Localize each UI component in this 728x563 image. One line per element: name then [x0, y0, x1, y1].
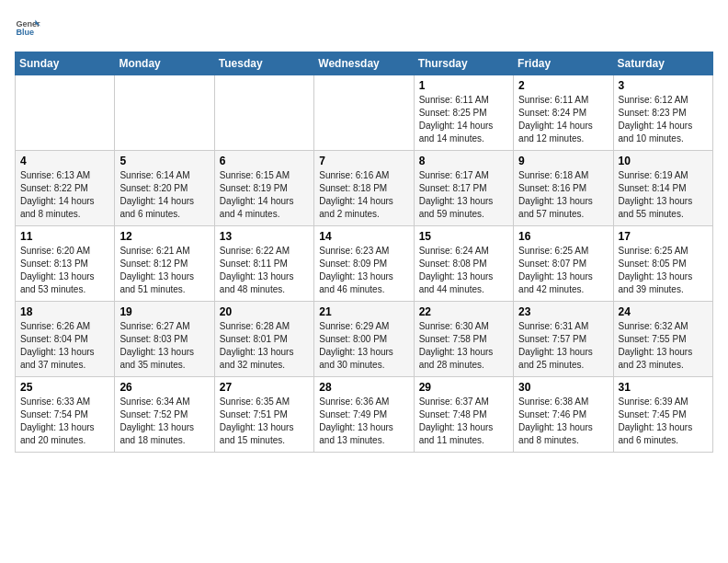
weekday-header: Saturday: [613, 52, 712, 75]
day-info: Sunrise: 6:35 AM Sunset: 7:51 PM Dayligh…: [220, 396, 309, 447]
day-info: Sunrise: 6:18 AM Sunset: 8:16 PM Dayligh…: [518, 169, 608, 221]
day-number: 10: [619, 155, 708, 167]
day-number: 13: [220, 230, 309, 243]
day-info: Sunrise: 6:29 AM Sunset: 8:00 PM Dayligh…: [319, 320, 408, 372]
day-number: 8: [419, 155, 508, 167]
calendar-cell: 9Sunrise: 6:18 AM Sunset: 8:16 PM Daylig…: [514, 151, 613, 226]
day-number: 1: [419, 79, 508, 92]
calendar-table: SundayMondayTuesdayWednesdayThursdayFrid…: [15, 52, 713, 453]
calendar-cell: 25Sunrise: 6:33 AM Sunset: 7:54 PM Dayli…: [16, 377, 115, 453]
day-info: Sunrise: 6:28 AM Sunset: 8:01 PM Dayligh…: [220, 320, 309, 372]
calendar-cell: 14Sunrise: 6:23 AM Sunset: 8:09 PM Dayli…: [314, 226, 414, 302]
calendar-cell: [16, 75, 115, 151]
day-number: 16: [518, 230, 608, 243]
page-header: General Blue: [15, 15, 713, 40]
day-info: Sunrise: 6:19 AM Sunset: 8:14 PM Dayligh…: [619, 169, 708, 221]
day-number: 3: [619, 79, 708, 92]
day-info: Sunrise: 6:33 AM Sunset: 7:54 PM Dayligh…: [20, 396, 109, 447]
calendar-cell: 30Sunrise: 6:38 AM Sunset: 7:46 PM Dayli…: [514, 377, 613, 453]
day-number: 25: [20, 381, 109, 394]
calendar-cell: 5Sunrise: 6:14 AM Sunset: 8:20 PM Daylig…: [115, 151, 214, 226]
day-number: 20: [220, 305, 309, 318]
day-number: 27: [220, 381, 309, 394]
calendar-cell: 3Sunrise: 6:12 AM Sunset: 8:23 PM Daylig…: [613, 75, 712, 151]
day-number: 15: [419, 230, 508, 243]
day-info: Sunrise: 6:11 AM Sunset: 8:25 PM Dayligh…: [419, 94, 508, 145]
day-info: Sunrise: 6:13 AM Sunset: 8:22 PM Dayligh…: [20, 169, 109, 221]
day-number: 4: [20, 155, 109, 167]
weekday-header: Thursday: [414, 52, 513, 75]
weekday-header: Wednesday: [314, 52, 414, 75]
day-info: Sunrise: 6:39 AM Sunset: 7:45 PM Dayligh…: [619, 396, 708, 447]
day-number: 11: [20, 230, 109, 243]
day-number: 22: [419, 305, 508, 318]
calendar-cell: 10Sunrise: 6:19 AM Sunset: 8:14 PM Dayli…: [613, 151, 712, 226]
calendar-cell: 19Sunrise: 6:27 AM Sunset: 8:03 PM Dayli…: [115, 302, 214, 377]
day-info: Sunrise: 6:31 AM Sunset: 7:57 PM Dayligh…: [518, 320, 608, 372]
weekday-header: Friday: [514, 52, 613, 75]
calendar-cell: 12Sunrise: 6:21 AM Sunset: 8:12 PM Dayli…: [115, 226, 214, 302]
calendar-cell: 1Sunrise: 6:11 AM Sunset: 8:25 PM Daylig…: [414, 75, 513, 151]
calendar-cell: [214, 75, 313, 151]
day-info: Sunrise: 6:11 AM Sunset: 8:24 PM Dayligh…: [518, 94, 608, 145]
calendar-cell: 23Sunrise: 6:31 AM Sunset: 7:57 PM Dayli…: [514, 302, 613, 377]
calendar-cell: 15Sunrise: 6:24 AM Sunset: 8:08 PM Dayli…: [414, 226, 513, 302]
weekday-header: Monday: [115, 52, 214, 75]
day-number: 24: [619, 305, 708, 318]
calendar-cell: 16Sunrise: 6:25 AM Sunset: 8:07 PM Dayli…: [514, 226, 613, 302]
day-info: Sunrise: 6:32 AM Sunset: 7:55 PM Dayligh…: [619, 320, 708, 372]
day-number: 30: [518, 381, 608, 394]
day-number: 18: [20, 305, 109, 318]
day-number: 14: [319, 230, 408, 243]
day-info: Sunrise: 6:26 AM Sunset: 8:04 PM Dayligh…: [20, 320, 109, 372]
day-info: Sunrise: 6:17 AM Sunset: 8:17 PM Dayligh…: [419, 169, 508, 221]
calendar-cell: 7Sunrise: 6:16 AM Sunset: 8:18 PM Daylig…: [314, 151, 414, 226]
day-number: 21: [319, 305, 408, 318]
day-info: Sunrise: 6:38 AM Sunset: 7:46 PM Dayligh…: [518, 396, 608, 447]
day-info: Sunrise: 6:30 AM Sunset: 7:58 PM Dayligh…: [419, 320, 508, 372]
calendar-cell: [115, 75, 214, 151]
day-info: Sunrise: 6:25 AM Sunset: 8:07 PM Dayligh…: [518, 245, 608, 296]
calendar-cell: 27Sunrise: 6:35 AM Sunset: 7:51 PM Dayli…: [214, 377, 313, 453]
day-number: 29: [419, 381, 508, 394]
calendar-cell: 24Sunrise: 6:32 AM Sunset: 7:55 PM Dayli…: [613, 302, 712, 377]
calendar-cell: 18Sunrise: 6:26 AM Sunset: 8:04 PM Dayli…: [16, 302, 115, 377]
weekday-header: Tuesday: [214, 52, 313, 75]
calendar-cell: 28Sunrise: 6:36 AM Sunset: 7:49 PM Dayli…: [314, 377, 414, 453]
day-info: Sunrise: 6:24 AM Sunset: 8:08 PM Dayligh…: [419, 245, 508, 296]
day-info: Sunrise: 6:15 AM Sunset: 8:19 PM Dayligh…: [220, 169, 309, 221]
weekday-header: Sunday: [16, 52, 115, 75]
day-number: 19: [119, 305, 209, 318]
day-info: Sunrise: 6:25 AM Sunset: 8:05 PM Dayligh…: [619, 245, 708, 296]
calendar-header: SundayMondayTuesdayWednesdayThursdayFrid…: [16, 52, 713, 75]
day-number: 7: [319, 155, 408, 167]
day-number: 9: [518, 155, 608, 167]
calendar-cell: 22Sunrise: 6:30 AM Sunset: 7:58 PM Dayli…: [414, 302, 513, 377]
day-info: Sunrise: 6:14 AM Sunset: 8:20 PM Dayligh…: [119, 169, 209, 221]
calendar-cell: 26Sunrise: 6:34 AM Sunset: 7:52 PM Dayli…: [115, 377, 214, 453]
day-number: 23: [518, 305, 608, 318]
calendar-cell: 21Sunrise: 6:29 AM Sunset: 8:00 PM Dayli…: [314, 302, 414, 377]
calendar-cell: 13Sunrise: 6:22 AM Sunset: 8:11 PM Dayli…: [214, 226, 313, 302]
day-info: Sunrise: 6:12 AM Sunset: 8:23 PM Dayligh…: [619, 94, 708, 145]
day-number: 31: [619, 381, 708, 394]
calendar-cell: 29Sunrise: 6:37 AM Sunset: 7:48 PM Dayli…: [414, 377, 513, 453]
day-info: Sunrise: 6:36 AM Sunset: 7:49 PM Dayligh…: [319, 396, 408, 447]
logo-icon: General Blue: [15, 15, 40, 40]
day-info: Sunrise: 6:20 AM Sunset: 8:13 PM Dayligh…: [20, 245, 109, 296]
day-number: 5: [119, 155, 209, 167]
day-number: 6: [220, 155, 309, 167]
day-number: 12: [119, 230, 209, 243]
day-info: Sunrise: 6:37 AM Sunset: 7:48 PM Dayligh…: [419, 396, 508, 447]
day-number: 26: [119, 381, 209, 394]
calendar-cell: [314, 75, 414, 151]
calendar-cell: 4Sunrise: 6:13 AM Sunset: 8:22 PM Daylig…: [16, 151, 115, 226]
calendar-cell: 6Sunrise: 6:15 AM Sunset: 8:19 PM Daylig…: [214, 151, 313, 226]
day-number: 28: [319, 381, 408, 394]
day-info: Sunrise: 6:21 AM Sunset: 8:12 PM Dayligh…: [119, 245, 209, 296]
calendar-cell: 20Sunrise: 6:28 AM Sunset: 8:01 PM Dayli…: [214, 302, 313, 377]
calendar-cell: 31Sunrise: 6:39 AM Sunset: 7:45 PM Dayli…: [613, 377, 712, 453]
calendar-cell: 17Sunrise: 6:25 AM Sunset: 8:05 PM Dayli…: [613, 226, 712, 302]
day-info: Sunrise: 6:27 AM Sunset: 8:03 PM Dayligh…: [119, 320, 209, 372]
calendar-cell: 8Sunrise: 6:17 AM Sunset: 8:17 PM Daylig…: [414, 151, 513, 226]
